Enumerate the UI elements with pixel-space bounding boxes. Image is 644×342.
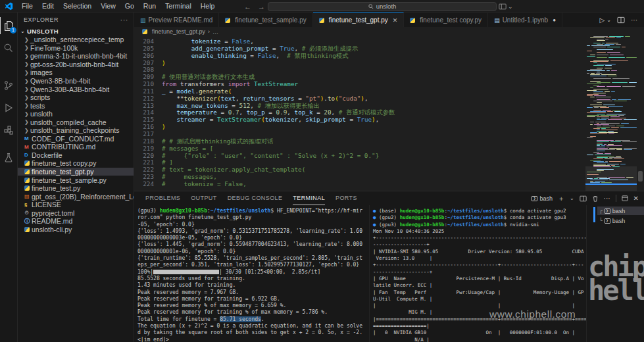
folder-gpt-oss-20b-unsloth-bnb-4bit[interactable]: ❯gpt-oss-20b-unsloth-bnb-4bit bbox=[18, 61, 134, 69]
explorer-title: EXPLORER bbox=[24, 16, 59, 23]
menu-run[interactable]: Run bbox=[139, 2, 161, 10]
item-label: unsloth_compiled_cache bbox=[30, 118, 107, 126]
nav-back-button[interactable]: ← bbox=[244, 3, 251, 11]
editor-scrollbar[interactable] bbox=[637, 36, 644, 191]
breadcrumb[interactable]: finetune_test_gpt.py › … bbox=[134, 27, 644, 36]
folder-qwen3-8b-bnb-4bit[interactable]: ❯Qwen3-8B-bnb-4bit bbox=[18, 77, 134, 86]
md-blue-file-icon: M bbox=[24, 135, 32, 141]
split-editor-icon[interactable] bbox=[617, 16, 625, 24]
minimap[interactable] bbox=[585, 36, 637, 191]
minimap-slider[interactable] bbox=[585, 166, 637, 191]
search-icon[interactable] bbox=[0, 39, 17, 57]
code-editor[interactable]: 204 tokenize = False,205 add_generation_… bbox=[134, 36, 644, 191]
explorer-badge: 1 bbox=[10, 27, 16, 34]
run-dropdown-icon[interactable]: ⌄ bbox=[607, 17, 611, 23]
terminal-list-item-bash[interactable]: └bash bbox=[597, 216, 644, 225]
chevron-right-icon: ❯ bbox=[24, 119, 30, 125]
shell-label[interactable]: bash bbox=[532, 195, 553, 202]
panel-more-actions-icon[interactable]: ··· bbox=[604, 195, 610, 202]
folder-unsloth[interactable]: ❯unsloth bbox=[18, 110, 134, 118]
python-file-icon bbox=[225, 18, 230, 23]
testing-icon[interactable] bbox=[0, 149, 17, 166]
menu-go[interactable]: Go bbox=[120, 2, 139, 10]
file-contributing-md[interactable]: MCONTRIBUTING.md bbox=[18, 143, 134, 151]
file-pyproject-toml[interactable]: ⚙pyproject.toml bbox=[18, 208, 134, 217]
file-finetune-test-py[interactable]: finetune_test.py bbox=[18, 184, 134, 193]
file-finetune-test-copy-py[interactable]: finetune_test copy.py bbox=[18, 159, 134, 168]
terminal-line: | 0 NVIDIA GB10 On | 0000000F:01:00.0 On… bbox=[373, 330, 586, 336]
folder-gemma-3-1b-it-unsloth-bnb-4bit[interactable]: ❯gemma-3-1b-it-unsloth-bnb-4bit bbox=[18, 52, 134, 61]
maximize-panel-icon[interactable] bbox=[622, 195, 628, 201]
scrollbar-thumb[interactable] bbox=[638, 171, 643, 182]
layout-dropdown-icon[interactable]: ⌄ bbox=[508, 3, 513, 10]
folder-unsloth-training-checkpoints[interactable]: ❯unsloth_training_checkpoints bbox=[18, 126, 134, 135]
terminal-line: The equation (x + 2)^2 = 0 is a quadrati… bbox=[137, 323, 369, 330]
file-finetune-test-sample-py[interactable]: finetune_test_sample.py bbox=[18, 176, 134, 184]
menu-terminal[interactable]: Terminal bbox=[161, 2, 196, 10]
file-unsloth-cli-py[interactable]: unsloth-cli.py bbox=[18, 226, 134, 234]
terminal-pane-right[interactable]: ● (base) huden@gx10-b85b:~/testfiles/uns… bbox=[369, 205, 586, 342]
tab-finetune-test-gpt-py[interactable]: finetune_test_gpt.py✕ bbox=[313, 12, 405, 27]
close-panel-icon[interactable]: ✕ bbox=[633, 195, 639, 202]
menu-selection[interactable]: Selection bbox=[59, 2, 96, 10]
panel-tab-problems[interactable]: PROBLEMS bbox=[145, 191, 180, 205]
file-finetune-test-gpt-py[interactable]: finetune_test_gpt.py bbox=[18, 168, 134, 176]
file-code-of-conduct-md[interactable]: MCODE_OF_CONDUCT.md bbox=[18, 135, 134, 143]
terminal-line: ------------------+ bbox=[373, 241, 586, 248]
split-terminal-icon[interactable] bbox=[580, 195, 587, 202]
terminal-line: {'loss': 1.445, 'grad_norm': 0.559487700… bbox=[137, 241, 369, 248]
panel-tab-ports[interactable]: PORTS bbox=[335, 191, 357, 205]
tab-label: Preview README.md bbox=[149, 16, 213, 24]
file-readme-md[interactable]: ⓘREADME.md bbox=[18, 217, 134, 226]
terminal-line: U-Util Compute M. | bbox=[373, 296, 586, 303]
folder-qwen3-30b-a3b-bnb-4bit[interactable]: ❯Qwen3-30B-A3B-bnb-4bit bbox=[18, 85, 134, 93]
explorer-root-folder[interactable]: ⌄ UNSLOTH bbox=[18, 27, 134, 36]
readme-file-icon: ⓘ bbox=[24, 218, 32, 225]
panel-tab-output[interactable]: OUTPUT bbox=[191, 191, 216, 205]
tab-untitled-1-ipynb[interactable]: ▤Untitled-1.ipynb● bbox=[488, 12, 562, 27]
file-gpt-oss-20b-reinforcement-learning-2-[interactable]: ▤gpt_oss_(20B)_Reinforcement_Learning_2.… bbox=[18, 192, 134, 201]
terminal-line: +---------------------------------------… bbox=[373, 235, 586, 241]
menu-file[interactable]: File bbox=[17, 2, 37, 10]
code-line-224: 224# tokenize = False, bbox=[134, 181, 644, 188]
nav-forward-button[interactable]: → bbox=[258, 3, 265, 11]
explorer-icon[interactable]: 1 bbox=[0, 17, 17, 34]
terminal-list-item-bash[interactable]: ┌bash bbox=[597, 207, 644, 215]
folder-scripts[interactable]: ❯scripts bbox=[18, 93, 134, 102]
folder-tests[interactable]: ❯tests bbox=[18, 101, 134, 110]
folder-images[interactable]: ❯images bbox=[18, 68, 134, 77]
source-control-icon[interactable] bbox=[0, 77, 17, 94]
tab-preview-readme-md[interactable]: ▥Preview README.md bbox=[134, 12, 219, 27]
python-file-icon bbox=[24, 185, 30, 191]
item-label: CODE_OF_CONDUCT.md bbox=[32, 135, 114, 143]
terminal-pane-left[interactable]: (gpu3) huden@gx10-b85b:~/testfiles/unslo… bbox=[134, 205, 369, 342]
menu-edit[interactable]: Edit bbox=[37, 2, 59, 10]
menu-view[interactable]: View bbox=[96, 2, 120, 10]
terminal-dropdown-icon[interactable]: ⌄ bbox=[570, 195, 574, 201]
editor-more-actions-icon[interactable]: ··· bbox=[631, 16, 637, 24]
file-dockerfile[interactable]: DDockerfile bbox=[18, 151, 134, 160]
tab-finetune-test-sample-py[interactable]: finetune_test_sample.py bbox=[219, 12, 312, 27]
extensions-icon[interactable] bbox=[0, 122, 17, 139]
close-tab-icon[interactable]: ✕ bbox=[393, 17, 398, 24]
run-python-file-icon[interactable]: ▷ bbox=[600, 16, 605, 24]
run-debug-icon[interactable] bbox=[0, 99, 17, 116]
new-terminal-icon[interactable]: ＋ bbox=[558, 194, 564, 203]
code-line-215: 215 streamer = TextStreamer(tokenizer, s… bbox=[134, 116, 644, 124]
modified-dot-icon[interactable]: ● bbox=[553, 17, 556, 23]
chevron-right-icon: ❯ bbox=[24, 103, 30, 109]
panel-tab-terminal[interactable]: TERMINAL bbox=[293, 191, 325, 205]
panel-tab-debug-console[interactable]: DEBUG CONSOLE bbox=[228, 191, 283, 205]
tab-label: Untitled-1.ipynb bbox=[503, 16, 548, 24]
kill-terminal-icon[interactable] bbox=[592, 195, 599, 202]
customize-layout-icon[interactable] bbox=[499, 3, 507, 10]
explorer-more-actions-icon[interactable]: ··· bbox=[120, 16, 129, 24]
folder--unsloth-sentencepiece-temp[interactable]: ❯_unsloth_sentencepiece_temp bbox=[18, 36, 134, 44]
folder-finetome-100k[interactable]: ❯FineTome-100k bbox=[18, 44, 134, 53]
folder-unsloth-compiled-cache[interactable]: ❯unsloth_compiled_cache bbox=[18, 118, 134, 126]
command-center-search[interactable]: unsloth bbox=[268, 2, 497, 11]
tab-finetune-test-copy-py[interactable]: finetune_test copy.py bbox=[404, 12, 488, 27]
menu-help[interactable]: Help bbox=[196, 2, 220, 10]
file-license[interactable]: §LICENSE bbox=[18, 201, 134, 209]
terminal-line: Mon Nov 10 04:40:36 2025 bbox=[373, 228, 586, 235]
